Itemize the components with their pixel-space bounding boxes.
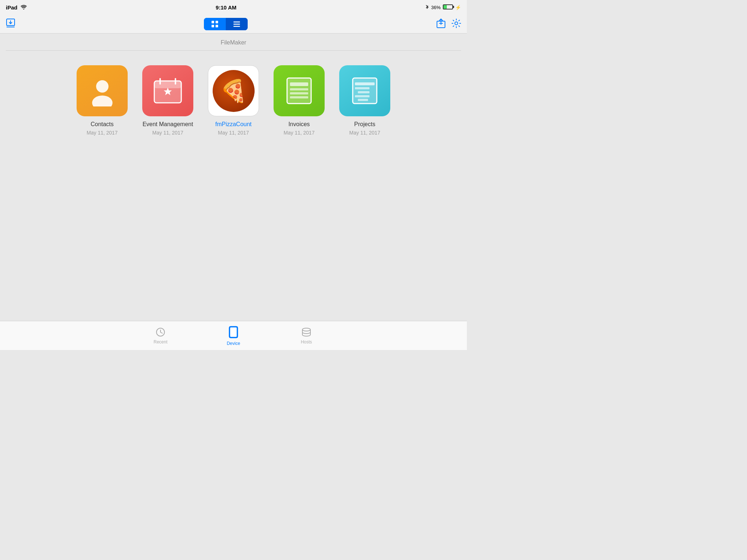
- svg-rect-7: [216, 21, 218, 23]
- file-date-event: May 11, 2017: [152, 130, 183, 136]
- svg-rect-35: [358, 99, 368, 101]
- file-icon-projects: [339, 65, 390, 116]
- svg-rect-28: [290, 92, 308, 94]
- tab-device[interactable]: Device: [197, 326, 270, 346]
- device-icon: [228, 326, 239, 339]
- nav-bar: [0, 15, 467, 34]
- bluetooth-icon: [425, 4, 429, 11]
- file-name-pizza: fmPizzaCount: [215, 121, 252, 128]
- file-icon-contacts: [77, 65, 128, 116]
- tab-device-label: Device: [227, 341, 240, 346]
- file-date-contacts: May 11, 2017: [87, 130, 118, 136]
- file-item-event[interactable]: Event Management May 11, 2017: [142, 65, 193, 136]
- svg-rect-27: [290, 88, 308, 90]
- svg-rect-31: [355, 82, 375, 85]
- nav-center: [204, 18, 248, 30]
- svg-rect-40: [230, 327, 237, 337]
- download-icon[interactable]: [6, 18, 15, 30]
- battery-icon: [443, 4, 453, 11]
- svg-line-38: [160, 332, 162, 333]
- tab-hosts[interactable]: Hosts: [270, 327, 343, 345]
- file-item-projects[interactable]: Projects May 11, 2017: [339, 65, 390, 136]
- file-item-pizza[interactable]: 🍕 fmPizzaCount May 11, 2017: [208, 65, 259, 136]
- list-view-button[interactable]: [226, 18, 248, 30]
- file-item-contacts[interactable]: Contacts May 11, 2017: [77, 65, 128, 136]
- pizza-emoji: 🍕: [213, 70, 255, 112]
- tab-recent[interactable]: Recent: [124, 327, 197, 345]
- file-name-contacts: Contacts: [90, 121, 113, 128]
- file-icon-pizza: 🍕: [208, 65, 259, 116]
- svg-point-18: [92, 96, 112, 106]
- file-icon-invoices: [274, 65, 325, 116]
- svg-rect-10: [233, 22, 240, 23]
- battery-percent-label: 36%: [431, 5, 441, 10]
- status-right: 36% ⚡: [425, 4, 461, 11]
- svg-rect-29: [290, 96, 308, 98]
- svg-rect-25: [287, 78, 311, 104]
- svg-rect-11: [233, 24, 240, 25]
- status-time: 9:10 AM: [216, 4, 236, 11]
- recent-icon: [155, 327, 166, 337]
- file-date-invoices: May 11, 2017: [284, 130, 315, 136]
- tab-recent-label: Recent: [154, 339, 167, 345]
- svg-rect-34: [355, 95, 369, 97]
- svg-rect-32: [355, 87, 369, 89]
- file-name-invoices: Invoices: [289, 121, 310, 128]
- wifi-icon: [20, 4, 27, 11]
- view-toggle[interactable]: [204, 18, 248, 30]
- svg-point-42: [302, 328, 310, 331]
- file-date-pizza: May 11, 2017: [218, 130, 249, 136]
- charging-icon: ⚡: [455, 5, 461, 10]
- svg-rect-26: [290, 82, 308, 86]
- share-icon[interactable]: [436, 18, 446, 30]
- device-label: iPad: [6, 4, 18, 11]
- file-name-projects: Projects: [354, 121, 375, 128]
- status-bar: iPad 9:10 AM 36% ⚡: [0, 0, 467, 15]
- tab-hosts-label: Hosts: [301, 339, 312, 345]
- svg-rect-33: [358, 91, 369, 93]
- file-item-invoices[interactable]: Invoices May 11, 2017: [274, 65, 325, 136]
- nav-right: [436, 18, 461, 30]
- svg-rect-6: [212, 21, 214, 23]
- svg-point-17: [96, 80, 108, 93]
- tab-bar: Recent Device Hosts: [0, 321, 467, 350]
- grid-view-button[interactable]: [204, 18, 226, 30]
- hosts-icon: [301, 327, 312, 337]
- svg-point-0: [23, 8, 24, 9]
- files-grid: Contacts May 11, 2017 Event Management M…: [0, 51, 467, 150]
- status-left: iPad: [6, 4, 27, 11]
- file-date-projects: May 11, 2017: [349, 130, 380, 136]
- section-title: FileMaker: [0, 39, 467, 46]
- nav-left: [6, 18, 15, 30]
- svg-rect-8: [212, 25, 214, 27]
- file-name-event: Event Management: [143, 121, 193, 128]
- svg-rect-20: [154, 81, 181, 88]
- svg-point-16: [455, 22, 458, 25]
- file-icon-event: [142, 65, 193, 116]
- settings-icon[interactable]: [452, 19, 461, 30]
- svg-rect-12: [233, 26, 240, 27]
- section-header: FileMaker: [0, 34, 467, 51]
- svg-rect-9: [216, 25, 218, 27]
